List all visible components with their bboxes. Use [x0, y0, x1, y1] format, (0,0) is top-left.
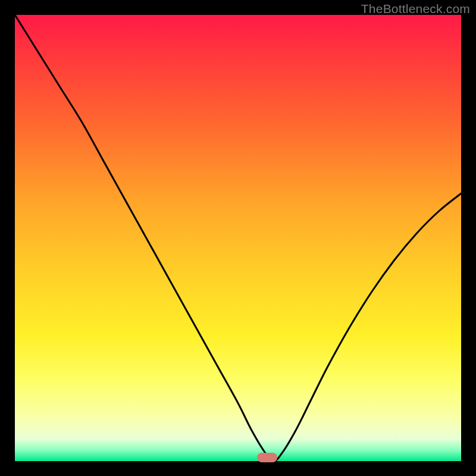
watermark-text: TheBottleneck.com: [361, 2, 470, 16]
bottleneck-curve: [15, 15, 461, 461]
chart-frame: TheBottleneck.com: [0, 0, 476, 476]
plot-area: [15, 15, 461, 461]
curve-path: [15, 15, 461, 461]
optimal-marker: [257, 453, 277, 462]
